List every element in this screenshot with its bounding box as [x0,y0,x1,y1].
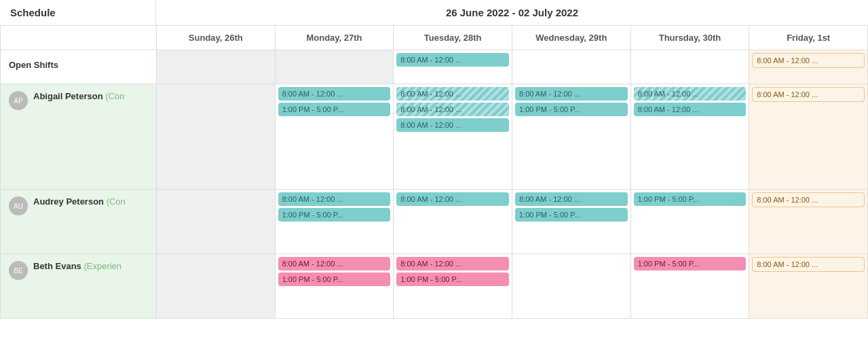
col-header-3: Wednesday, 29th [512,26,631,50]
cell-row2-col2: 8:00 AM - 12:00 ... [394,190,512,254]
cell-row3-col2: 8:00 AM - 12:00 ...1:00 PM - 5:00 P... [394,254,512,319]
person-sub: (Con [105,91,124,101]
cell-row0-col3 [512,50,631,84]
shift-block[interactable]: 1:00 PM - 5:00 P... [396,273,509,286]
cell-row0-col5: 8:00 AM - 12:00 ... [749,50,868,84]
schedule-container: Schedule 26 June 2022 - 02 July 2022 Sun… [0,0,868,319]
cell-row1-col0 [157,84,276,190]
cell-row0-col0 [157,50,276,84]
cell-row2-col0 [157,190,276,254]
cell-row3-col5: 8:00 AM - 12:00 ... [749,254,868,319]
col-header-1: Monday, 27th [276,26,394,50]
cell-row0-col1 [276,50,394,84]
col-header-5: Friday, 1st [749,26,868,50]
row-label-abigail-peterson: APAbigail Peterson (Con [1,84,157,190]
col-header-0: Sunday, 26th [157,26,276,50]
person-name: Beth Evans (Experien [33,261,121,271]
shift-block[interactable]: 1:00 PM - 5:00 P... [634,257,747,270]
cell-row1-col1: 8:00 AM - 12:00 ...1:00 PM - 5:00 P... [276,84,394,190]
row-label-open-shifts: Open Shifts [1,50,157,84]
shift-block[interactable]: 1:00 PM - 5:00 P... [278,208,391,222]
cell-row3-col4: 1:00 PM - 5:00 P... [631,254,750,319]
shift-block[interactable]: 1:00 PM - 5:00 P... [515,208,628,222]
person-sub: (Experien [83,261,121,271]
shift-block[interactable]: 8:00 AM - 12:00 ... [396,192,509,206]
avatar: BE [9,261,28,280]
shift-block[interactable]: 8:00 AM - 12:00 ... [278,257,391,270]
shift-block[interactable]: 8:00 AM - 12:00 ... [634,103,747,116]
person-sub: (Con [107,196,126,207]
row-label-beth-evans: BEBeth Evans (Experien [1,254,157,319]
shift-block[interactable]: 8:00 AM - 12:00 ... [396,118,509,132]
shift-block[interactable]: 8:00 AM - 12:00 ... [752,257,865,272]
cell-row2-col3: 8:00 AM - 12:00 ...1:00 PM - 5:00 P... [512,190,631,254]
cell-row2-col4: 1:00 PM - 5:00 P... [631,190,750,254]
shift-block[interactable]: 8:00 AM - 12:00 ... [752,87,865,102]
cell-row1-col3: 8:00 AM - 12:00 ...1:00 PM - 5:00 P... [512,84,631,190]
avatar: AU [9,196,28,215]
schedule-header: Schedule 26 June 2022 - 02 July 2022 [0,0,868,26]
shift-block[interactable]: 8:00 AM - 12:00 ... [752,53,865,68]
shift-block[interactable]: 8:00 AM - 12:00 ... [278,192,391,206]
person-name-wrap: Audrey Peterson (Con [33,196,126,207]
shift-block[interactable]: 8:00 AM - 12:00 ... [396,53,509,67]
col-header-4: Thursday, 30th [631,26,750,50]
cell-row1-col2: 8:00 AM - 12:00 ...8:00 AM - 12:00 ...8:… [394,84,512,190]
cell-row2-col1: 8:00 AM - 12:00 ...1:00 PM - 5:00 P... [276,190,394,254]
cell-row2-col5: 8:00 AM - 12:00 ... [749,190,868,254]
avatar: AP [9,91,28,110]
person-name: Abigail Peterson (Con [33,91,124,101]
row-label-audrey-peterson: AUAudrey Peterson (Con [1,190,157,254]
person-name-wrap: Beth Evans (Experien [33,261,121,271]
person-name: Audrey Peterson (Con [33,196,126,207]
shift-block[interactable]: 8:00 AM - 12:00 ... [515,87,628,101]
schedule-title: Schedule [0,0,156,25]
cell-row3-col1: 8:00 AM - 12:00 ...1:00 PM - 5:00 P... [276,254,394,319]
shift-block[interactable]: 8:00 AM - 12:00 ... [634,87,747,101]
shift-block[interactable]: 8:00 AM - 12:00 ... [396,103,509,116]
cell-row1-col4: 8:00 AM - 12:00 ...8:00 AM - 12:00 ... [631,84,750,190]
shift-block[interactable]: 8:00 AM - 12:00 ... [515,192,628,206]
shift-block[interactable]: 8:00 AM - 12:00 ... [396,87,509,101]
corner-empty [1,26,157,50]
cell-row3-col3 [512,254,631,319]
cell-row0-col2: 8:00 AM - 12:00 ... [394,50,512,84]
col-header-2: Tuesday, 28th [394,26,512,50]
shift-block[interactable]: 1:00 PM - 5:00 P... [515,103,628,116]
shift-block[interactable]: 8:00 AM - 12:00 ... [752,192,865,207]
shift-block[interactable]: 1:00 PM - 5:00 P... [278,103,391,116]
date-range-header: 26 June 2022 - 02 July 2022 [156,0,868,25]
cell-row0-col4 [631,50,750,84]
main-grid: Sunday, 26thMonday, 27thTuesday, 28thWed… [0,26,868,319]
cell-row3-col0 [157,254,276,319]
shift-block[interactable]: 8:00 AM - 12:00 ... [278,87,391,101]
cell-row1-col5: 8:00 AM - 12:00 ... [749,84,868,190]
open-shifts-label: Open Shifts [9,57,58,70]
shift-block[interactable]: 8:00 AM - 12:00 ... [396,257,509,270]
shift-block[interactable]: 1:00 PM - 5:00 P... [278,273,391,286]
shift-block[interactable]: 1:00 PM - 5:00 P... [634,192,747,206]
person-name-wrap: Abigail Peterson (Con [33,91,124,101]
